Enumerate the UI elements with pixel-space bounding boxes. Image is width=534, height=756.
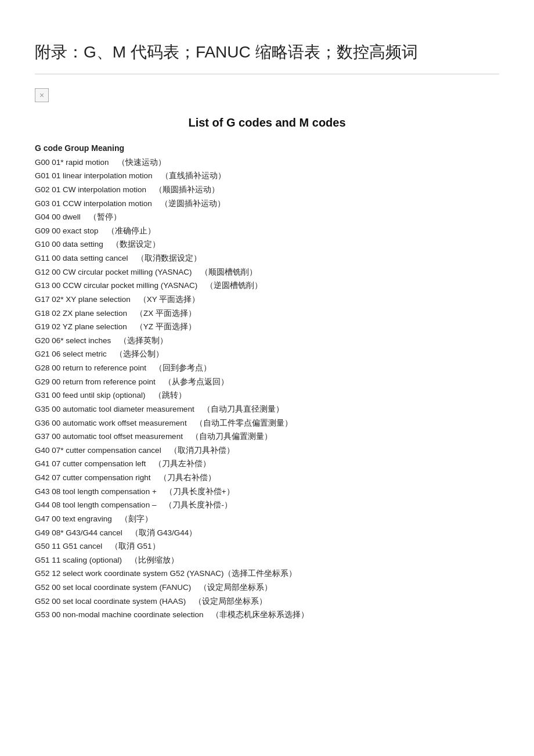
list-item: G04 00 dwell （暂停） [35, 210, 499, 224]
list-item: G10 00 data setting （数据设定） [35, 237, 499, 251]
list-item: G19 02 YZ plane selection （YZ 平面选择） [35, 320, 499, 334]
list-item: G00 01* rapid motion （快速运动） [35, 156, 499, 170]
list-item: G02 01 CW interpolation motion （顺圆插补运动） [35, 183, 499, 197]
list-item: G37 00 automatic tool offset measurement… [35, 430, 499, 444]
list-item: G52 00 set local coordinate system (HAAS… [35, 595, 499, 609]
list-item: G41 07 cutter compensation left （刀具左补偿） [35, 457, 499, 471]
list-item: G42 07 cutter compensation right （刀具右补偿） [35, 471, 499, 485]
list-item: G28 00 return to reference point （回到参考点） [35, 361, 499, 375]
list-item: G35 00 automatic tool diameter measureme… [35, 402, 499, 416]
list-item: G52 12 select work coordinate system G52… [35, 567, 499, 581]
list-item: G49 08* G43/G44 cancel （取消 G43/G44） [35, 526, 499, 540]
section-divider [35, 74, 499, 74]
list-item: G01 01 linear interpolation motion （直线插补… [35, 169, 499, 183]
codes-list: G00 01* rapid motion （快速运动）G01 01 linear… [35, 156, 499, 622]
list-item: G12 00 CW circular pocket milling (YASNA… [35, 265, 499, 279]
list-item: G36 00 automatic work offset measurement… [35, 416, 499, 430]
list-item: G47 00 text engraving （刻字） [35, 512, 499, 526]
list-item: G13 00 CCW circular pocket milling (YASN… [35, 279, 499, 293]
list-item: G31 00 feed until skip (optional) （跳转） [35, 388, 499, 402]
list-item: G40 07* cutter compensation cancel （取消刀具… [35, 444, 499, 458]
g-code-table: G code Group Meaning G00 01* rapid motio… [35, 141, 499, 622]
section-title: List of G codes and M codes [35, 116, 499, 129]
list-item: G53 00 non-modal machine coordinate sele… [35, 608, 499, 622]
list-item: G21 06 select metric （选择公制） [35, 347, 499, 361]
page-title: 附录：G、M 代码表；FANUC 缩略语表；数控高频词 [35, 41, 499, 63]
list-item: G09 00 exact stop （准确停止） [35, 224, 499, 238]
table-header: G code Group Meaning [35, 141, 499, 156]
list-item: G51 11 scaling (optional) （比例缩放） [35, 553, 499, 567]
list-item: G03 01 CCW interpolation motion （逆圆插补运动） [35, 197, 499, 211]
list-item: G18 02 ZX plane selection （ZX 平面选择） [35, 307, 499, 321]
list-item: G50 11 G51 cancel （取消 G51） [35, 539, 499, 553]
list-item: G17 02* XY plane selection （XY 平面选择） [35, 293, 499, 307]
list-item: G20 06* select inches （选择英制） [35, 334, 499, 348]
list-item: G52 00 set local coordinate system (FANU… [35, 581, 499, 595]
list-item: G29 00 return from reference point （从参考点… [35, 375, 499, 389]
list-item: G11 00 data setting cancel （取消数据设定） [35, 251, 499, 265]
broken-image-icon: × [35, 88, 49, 102]
list-item: G43 08 tool length compensation + （刀具长度补… [35, 485, 499, 499]
list-item: G44 08 tool length compensation – （刀具长度补… [35, 498, 499, 512]
